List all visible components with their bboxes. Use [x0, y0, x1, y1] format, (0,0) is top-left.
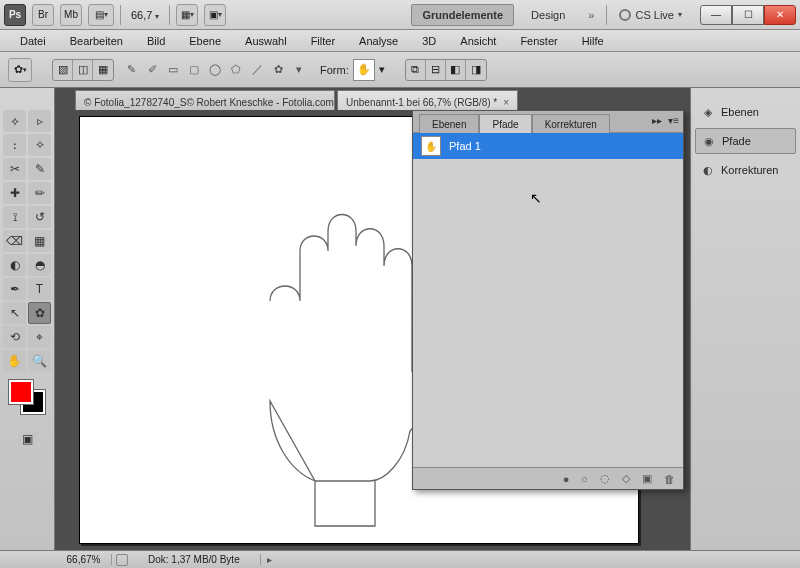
direct-select-tool[interactable]: ▹: [28, 110, 51, 132]
hand-tool[interactable]: ✋: [3, 350, 26, 372]
wand-tool[interactable]: ✧: [28, 134, 51, 156]
path-from-selection-icon[interactable]: ◇: [622, 472, 630, 485]
menu-auswahl[interactable]: Auswahl: [233, 31, 299, 51]
minibridge-button[interactable]: Mb: [60, 4, 82, 26]
arrange-button[interactable]: ▦▾: [176, 4, 198, 26]
status-doc-info[interactable]: Dok: 1,37 MB/0 Byte: [128, 554, 261, 565]
shape-layer-button[interactable]: ▧: [53, 60, 73, 80]
color-swatches[interactable]: [7, 380, 47, 414]
dodge-tool[interactable]: ◓: [28, 254, 51, 276]
status-zoom[interactable]: 66,67%: [56, 554, 112, 565]
zoom-combo[interactable]: 66,7 ▾: [127, 9, 163, 21]
path-thumbnail[interactable]: ✋: [421, 136, 441, 156]
window-maximize-button[interactable]: ☐: [732, 5, 764, 25]
cslive-button[interactable]: CS Live ▾: [613, 9, 688, 21]
tab-pfade[interactable]: Pfade: [479, 114, 531, 133]
hand-icon: ✋: [357, 63, 371, 76]
menu-ebene[interactable]: Ebene: [177, 31, 233, 51]
eraser-tool[interactable]: ⌫: [3, 230, 26, 252]
new-path-icon[interactable]: ▣: [642, 472, 652, 485]
lasso-tool[interactable]: ᎓: [3, 134, 26, 156]
line-icon[interactable]: ／: [248, 61, 266, 79]
view-button[interactable]: ▤▾: [88, 4, 114, 26]
ps-logo-icon[interactable]: Ps: [4, 4, 26, 26]
foreground-color[interactable]: [9, 380, 33, 404]
workspace-active-button[interactable]: Grundelemente: [411, 4, 514, 26]
subtract-icon[interactable]: ⊟: [426, 60, 446, 80]
quickmask-toggle[interactable]: ▣: [18, 432, 36, 446]
menu-fenster[interactable]: Fenster: [508, 31, 569, 51]
intersect-icon[interactable]: ◧: [446, 60, 466, 80]
menu-bild[interactable]: Bild: [135, 31, 177, 51]
history-brush-tool[interactable]: ↺: [28, 206, 51, 228]
exclude-icon[interactable]: ◨: [466, 60, 486, 80]
custom-shape-tool[interactable]: ✿: [28, 302, 51, 324]
pen-icon[interactable]: ✎: [122, 61, 140, 79]
bridge-button[interactable]: Br: [32, 4, 54, 26]
tab1-label: © Fotolia_12782740_S© Robert Kneschke - …: [84, 97, 335, 108]
stroke-path-icon[interactable]: ○: [581, 473, 588, 485]
menu-3d[interactable]: 3D: [410, 31, 448, 51]
fill-path-icon[interactable]: ●: [563, 473, 570, 485]
panel-korrekturen-button[interactable]: ◐ Korrekturen: [695, 158, 796, 182]
menu-filter[interactable]: Filter: [299, 31, 347, 51]
screenmode-button[interactable]: ▣▾: [204, 4, 226, 26]
menu-bearbeiten[interactable]: Bearbeiten: [58, 31, 135, 51]
3d-camera-tool[interactable]: ⌖: [28, 326, 51, 348]
eyedropper-tool[interactable]: ✎: [28, 158, 51, 180]
separator: [120, 5, 121, 25]
panel-ebenen-button[interactable]: ◈ Ebenen: [695, 100, 796, 124]
separator: [606, 5, 607, 25]
selection-from-path-icon[interactable]: ◌: [600, 472, 610, 485]
tab-korrekturen[interactable]: Korrekturen: [532, 114, 610, 133]
pen-tool[interactable]: ✒: [3, 278, 26, 300]
right-panel: ◈ Ebenen ◉ Pfade ◐ Korrekturen: [690, 88, 800, 550]
window-minimize-button[interactable]: —: [700, 5, 732, 25]
heal-tool[interactable]: ✚: [3, 182, 26, 204]
close-icon[interactable]: ×: [503, 97, 509, 108]
panel-pfade-button[interactable]: ◉ Pfade: [695, 128, 796, 154]
polygon-icon[interactable]: ⬠: [227, 61, 245, 79]
combine-icon[interactable]: ⧉: [406, 60, 426, 80]
workspace-more-button[interactable]: »: [582, 9, 600, 21]
shape-options-dropdown[interactable]: ▾: [290, 61, 308, 79]
collapse-icon[interactable]: ▸▸: [652, 115, 662, 126]
chevron-right-icon[interactable]: ▸: [261, 554, 278, 565]
tool-preset-icon[interactable]: ✿▾: [8, 58, 32, 82]
crop-tool[interactable]: ✂: [3, 158, 26, 180]
shape-thumbnail[interactable]: ✋: [353, 59, 375, 81]
menu-hilfe[interactable]: Hilfe: [570, 31, 616, 51]
paths-panel[interactable]: Ebenen Pfade Korrekturen ▸▸ ▾≡ ✋ Pfad 1 …: [412, 110, 684, 490]
custom-shape-icon[interactable]: ✿: [269, 61, 287, 79]
brush-tool[interactable]: ✏: [28, 182, 51, 204]
menu-analyse[interactable]: Analyse: [347, 31, 410, 51]
path-row[interactable]: ✋ Pfad 1: [413, 133, 683, 159]
rect-icon[interactable]: ▭: [164, 61, 182, 79]
ellipse-icon[interactable]: ◯: [206, 61, 224, 79]
window-close-button[interactable]: ✕: [764, 5, 796, 25]
workspace-design-button[interactable]: Design: [520, 4, 576, 26]
blur-tool[interactable]: ◐: [3, 254, 26, 276]
layer-mode-group: ▧ ◫ ▦: [52, 59, 114, 81]
type-tool[interactable]: T: [28, 278, 51, 300]
menu-datei[interactable]: Datei: [8, 31, 58, 51]
3d-tool[interactable]: ⟲: [3, 326, 26, 348]
tab-ebenen[interactable]: Ebenen: [419, 114, 479, 133]
shape-thumb-dropdown[interactable]: ▾: [379, 63, 385, 76]
fill-pixels-button[interactable]: ▦: [93, 60, 113, 80]
menu-ansicht[interactable]: Ansicht: [448, 31, 508, 51]
paths-list[interactable]: ✋ Pfad 1: [413, 133, 683, 467]
status-indicator[interactable]: [116, 554, 128, 566]
delete-path-icon[interactable]: 🗑: [664, 473, 675, 485]
document-tab-1[interactable]: © Fotolia_12782740_S© Robert Kneschke - …: [75, 90, 335, 110]
panel-menu-icon[interactable]: ▾≡: [668, 115, 679, 126]
gradient-tool[interactable]: ▦: [28, 230, 51, 252]
freeform-pen-icon[interactable]: ✐: [143, 61, 161, 79]
path-select-tool[interactable]: ↖: [3, 302, 26, 324]
roundrect-icon[interactable]: ▢: [185, 61, 203, 79]
stamp-tool[interactable]: ⟟: [3, 206, 26, 228]
move-tool[interactable]: ⟡: [3, 110, 26, 132]
document-tab-2[interactable]: Unbenannt-1 bei 66,7% (RGB/8) * ×: [337, 90, 518, 110]
path-mode-button[interactable]: ◫: [73, 60, 93, 80]
zoom-tool[interactable]: 🔍: [28, 350, 51, 372]
